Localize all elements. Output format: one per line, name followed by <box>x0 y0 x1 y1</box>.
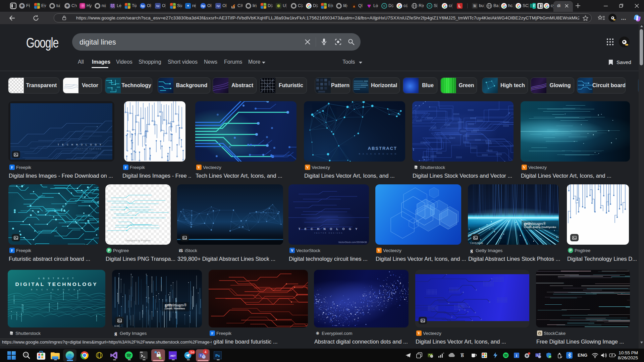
svg-text:.NET: .NET <box>170 354 176 357</box>
svg-text:T: T <box>200 354 202 357</box>
svg-text:Ps: Ps <box>215 354 220 358</box>
svg-text:T: T <box>536 354 538 357</box>
